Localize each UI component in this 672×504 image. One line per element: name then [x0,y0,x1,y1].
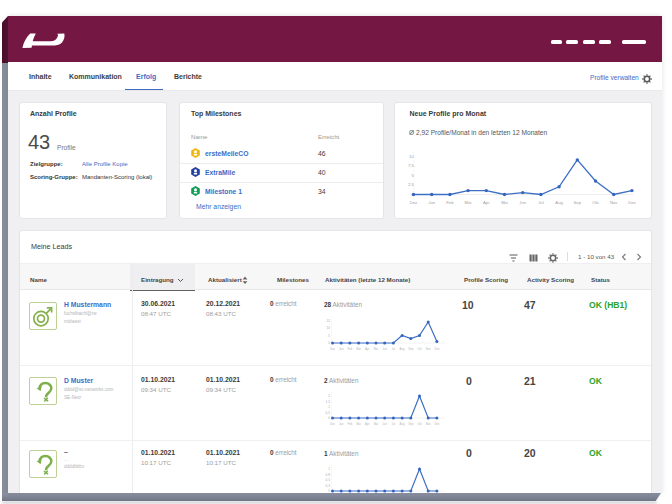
svg-text:Sep: Sep [408,422,413,426]
svg-text:1: 1 [328,467,330,471]
svg-text:Feb: Feb [446,200,454,205]
svg-text:Mai: Mai [374,422,379,426]
svg-text:Jan: Jan [339,347,344,351]
svg-text:0,3: 0,3 [326,484,331,488]
svg-text:Nov: Nov [426,347,432,351]
svg-text:10: 10 [326,326,330,330]
svg-text:Sep: Sep [574,200,582,205]
svg-text:Jan: Jan [428,200,435,205]
svg-text:Okt: Okt [417,422,422,426]
svg-text:Dez: Dez [434,347,440,351]
svg-text:Jul: Jul [392,422,396,426]
svg-text:Mai: Mai [374,347,379,351]
svg-text:Jul: Jul [392,347,396,351]
svg-text:2: 2 [328,394,330,398]
svg-text:Jul: Jul [538,200,543,205]
svg-text:Feb: Feb [347,422,352,426]
svg-text:Jun: Jun [519,200,526,205]
svg-text:Okt: Okt [417,347,422,351]
svg-text:Apr: Apr [483,200,490,205]
svg-text:Nov: Nov [426,422,432,426]
svg-text:Jun: Jun [382,347,387,351]
svg-text:Aug: Aug [400,347,405,351]
svg-text:Dez: Dez [628,200,635,205]
svg-text:5: 5 [328,334,330,338]
svg-text:Mär: Mär [356,347,361,351]
svg-text:0,8: 0,8 [326,473,331,477]
svg-text:1,5: 1,5 [326,400,331,404]
svg-text:Mai: Mai [501,200,508,205]
svg-text:15: 15 [326,319,330,323]
svg-text:0,5: 0,5 [326,411,331,415]
svg-text:0: 0 [328,341,330,345]
svg-text:Nov: Nov [610,200,618,205]
svg-text:Dez: Dez [434,422,440,426]
svg-text:Apr: Apr [365,347,369,351]
svg-text:Jun: Jun [382,422,387,426]
svg-text:Apr: Apr [365,422,369,426]
svg-text:0: 0 [328,416,330,420]
svg-text:0: 0 [328,489,330,493]
svg-text:Dez: Dez [330,422,336,426]
svg-text:1: 1 [328,405,330,409]
svg-text:Dez: Dez [330,347,336,351]
svg-text:Dez: Dez [410,200,417,205]
svg-text:Jan: Jan [339,422,344,426]
svg-text:Aug: Aug [400,422,405,426]
svg-text:Okt: Okt [592,200,599,205]
svg-text:Mär: Mär [464,200,472,205]
svg-text:Aug: Aug [555,200,563,205]
svg-text:0,5: 0,5 [326,478,331,482]
svg-text:Feb: Feb [347,347,352,351]
svg-text:Mär: Mär [356,422,361,426]
svg-text:Sep: Sep [408,347,413,351]
